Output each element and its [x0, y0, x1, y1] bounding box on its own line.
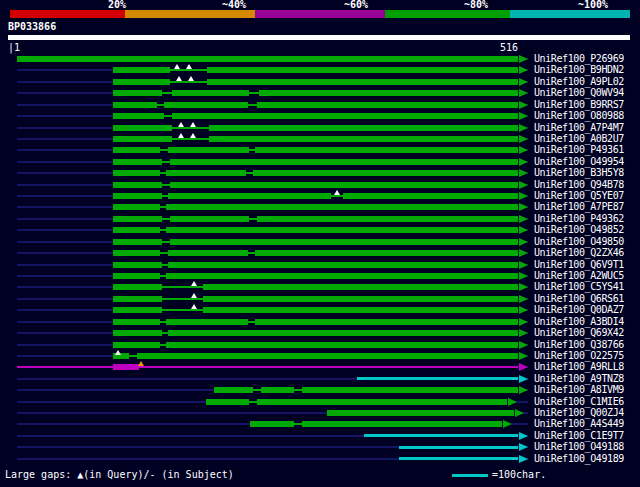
blast-overview-screen: BP033866 |1 516 UniRef100_P26969UniRef10… — [0, 0, 640, 487]
gap-marker-icon — [178, 122, 184, 127]
hit-segment — [203, 307, 518, 313]
hit-segment — [17, 56, 518, 62]
hit-arrowhead-icon — [519, 455, 528, 463]
hit-segment — [113, 147, 160, 153]
hit-label[interactable]: UniRef100_B3H5Y8 — [534, 167, 624, 179]
hit-segment — [257, 216, 518, 222]
hit-segment — [170, 159, 518, 165]
hit-label[interactable]: UniRef100_Q0WV94 — [534, 87, 624, 99]
hit-segment — [170, 216, 250, 222]
hit-label[interactable]: UniRef100_Q5YE07 — [534, 190, 624, 202]
hit-segment — [113, 330, 162, 336]
hit-arrowhead-icon — [519, 329, 528, 337]
scale-label: ~60% — [344, 0, 368, 10]
hit-segment — [166, 170, 246, 176]
hit-segment — [214, 387, 253, 393]
hit-segment — [166, 227, 518, 233]
alignment-row: UniRef100_O49189 — [0, 454, 640, 466]
hit-arrowhead-icon — [519, 169, 528, 177]
hit-arrowhead-icon — [519, 112, 528, 120]
hit-label[interactable]: UniRef100_C1E9T7 — [534, 430, 624, 442]
hit-arrowhead-icon — [519, 375, 528, 383]
hit-arrowhead-icon — [519, 78, 528, 86]
hit-label[interactable]: UniRef100_A0B2U7 — [534, 133, 624, 145]
hit-segment — [302, 421, 502, 427]
hit-arrowhead-icon — [515, 409, 524, 417]
hit-segment — [257, 399, 507, 405]
hit-span-line — [357, 377, 518, 380]
hit-label[interactable]: UniRef100_A9PL02 — [534, 76, 624, 88]
hit-segment — [255, 250, 518, 256]
hit-label[interactable]: UniRef100_Q00ZJ4 — [534, 407, 624, 419]
hit-label[interactable]: UniRef100_P26969 — [534, 53, 624, 65]
hit-label[interactable]: UniRef100_A7P4M7 — [534, 122, 624, 134]
hit-label[interactable]: UniRef100_O49850 — [534, 236, 624, 248]
scale-label: ~80% — [464, 0, 488, 10]
hit-label[interactable]: UniRef100_P49361 — [534, 144, 624, 156]
hit-arrowhead-icon — [519, 432, 528, 440]
hit-arrowhead-icon — [519, 261, 528, 269]
scale-label: ~40% — [222, 0, 246, 10]
hit-segment — [113, 307, 162, 313]
hit-span-line — [399, 446, 518, 449]
hit-segment — [113, 90, 162, 96]
hit-arrowhead-icon — [519, 203, 528, 211]
hit-arrowhead-icon — [519, 55, 528, 63]
hit-segment — [257, 102, 518, 108]
scale-legend-line — [452, 474, 488, 477]
gap-marker-icon — [191, 281, 197, 286]
hit-segment — [255, 319, 518, 325]
hit-label[interactable]: UniRef100_A8IVM9 — [534, 384, 624, 396]
hit-segment — [327, 410, 514, 416]
hit-label[interactable]: UniRef100_O49188 — [534, 441, 624, 453]
hit-segment — [203, 284, 518, 290]
hit-label[interactable]: UniRef100_O22575 — [534, 350, 624, 362]
hit-segment — [168, 330, 518, 336]
gaps-legend-text: Large gaps: ▲(in Query)/- (in Subject) — [5, 469, 234, 480]
scale-label: 20% — [108, 0, 126, 10]
hit-label[interactable]: UniRef100_Q0DAZ7 — [534, 304, 624, 316]
scale-legend-text: =100char. — [492, 469, 546, 480]
hit-segment — [113, 239, 162, 245]
hit-segment — [113, 296, 162, 302]
hit-arrowhead-icon — [519, 238, 528, 246]
gap-marker-icon — [190, 122, 196, 127]
hit-label[interactable]: UniRef100_A3BDI4 — [534, 316, 624, 328]
hit-label[interactable]: UniRef100_A9RLL8 — [534, 361, 624, 373]
hit-arrowhead-icon — [519, 386, 528, 394]
gap-marker-icon — [191, 304, 197, 309]
hit-label[interactable]: UniRef100_Q2ZX46 — [534, 247, 624, 259]
hit-segment — [113, 216, 162, 222]
hit-label[interactable]: UniRef100_Q6RS61 — [534, 293, 624, 305]
hit-segment — [113, 182, 162, 188]
hit-label[interactable]: UniRef100_B9RRS7 — [534, 99, 624, 111]
hit-label[interactable]: UniRef100_Q38766 — [534, 339, 624, 351]
hit-segment — [137, 353, 518, 359]
hit-segment — [168, 262, 518, 268]
hit-span-line — [17, 366, 518, 368]
hit-segment — [113, 125, 171, 131]
hit-label[interactable]: UniRef100_C5YS41 — [534, 281, 624, 293]
hit-segment — [250, 421, 295, 427]
hit-label[interactable]: UniRef100_Q69X42 — [534, 327, 624, 339]
alignment-rows: UniRef100_P26969UniRef100_B9HDN2UniRef10… — [0, 0, 640, 487]
hit-segment — [113, 364, 138, 370]
hit-label[interactable]: UniRef100_A2WUC5 — [534, 270, 624, 282]
hit-label[interactable]: UniRef100_O49954 — [534, 156, 624, 168]
hit-label[interactable]: UniRef100_C1MIE6 — [534, 396, 624, 408]
hit-arrowhead-icon — [519, 443, 528, 451]
hit-label[interactable]: UniRef100_A9TNZ8 — [534, 373, 624, 385]
hit-segment — [113, 79, 169, 85]
hit-label[interactable]: UniRef100_Q6V9T1 — [534, 259, 624, 271]
hit-segment — [209, 136, 518, 142]
hit-label[interactable]: UniRef100_O49852 — [534, 224, 624, 236]
hit-segment — [164, 102, 248, 108]
hit-label[interactable]: UniRef100_O80988 — [534, 110, 624, 122]
hit-label[interactable]: UniRef100_A7PE87 — [534, 201, 624, 213]
hit-label[interactable]: UniRef100_O49189 — [534, 453, 624, 465]
hit-arrowhead-icon — [519, 283, 528, 291]
hit-label[interactable]: UniRef100_A4S449 — [534, 418, 624, 430]
hit-label[interactable]: UniRef100_Q94B78 — [534, 179, 624, 191]
hit-label[interactable]: UniRef100_B9HDN2 — [534, 64, 624, 76]
hit-label[interactable]: UniRef100_P49362 — [534, 213, 624, 225]
